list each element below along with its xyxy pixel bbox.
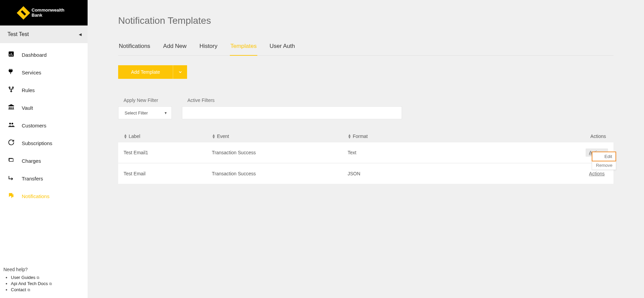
sidebar-item-customers[interactable]: Customers: [0, 117, 88, 134]
sort-icon: ▲▼: [212, 134, 216, 138]
column-label[interactable]: ▲▼ Label: [124, 134, 212, 139]
cell-format: JSON: [348, 171, 477, 176]
sort-icon: ▲▼: [124, 134, 127, 138]
external-link-icon: ⧉: [37, 276, 39, 280]
sidebar-item-notifications[interactable]: Notifications: [0, 187, 88, 205]
select-filter-dropdown[interactable]: Select Filter ▼: [118, 106, 172, 119]
tab-templates[interactable]: Templates: [230, 39, 257, 56]
notifications-icon: [7, 192, 15, 200]
brand-header: Commonwealth Bank: [0, 0, 88, 25]
chevron-down-icon: [178, 70, 183, 74]
customers-icon: [7, 121, 15, 130]
brand-logo-icon: [17, 6, 30, 20]
services-icon: [7, 68, 15, 77]
sidebar-item-label: Transfers: [22, 176, 43, 181]
svg-point-4: [9, 87, 10, 88]
help-link-contact[interactable]: Contact⧉: [11, 287, 30, 292]
brand-line2: Bank: [32, 13, 65, 18]
cell-label: Test Email: [124, 171, 212, 176]
sidebar-item-vault[interactable]: Vault: [0, 99, 88, 117]
cell-label: Test Email1: [124, 150, 212, 155]
action-remove[interactable]: Remove: [592, 161, 616, 170]
sidebar-item-label: Subscriptions: [22, 140, 52, 146]
select-filter-placeholder: Select Filter: [125, 110, 148, 116]
svg-point-6: [11, 91, 12, 92]
svg-point-5: [12, 87, 13, 88]
rules-icon: [7, 86, 15, 94]
sidebar-item-dashboard[interactable]: Dashboard: [0, 46, 88, 64]
templates-table: ▲▼ Label ▲▼ Event ▲▼ Format Actions Test…: [118, 130, 613, 185]
tab-notifications[interactable]: Notifications: [118, 39, 151, 56]
help-link-label: User Guides: [11, 275, 35, 280]
table-row: Test Email Transaction Success JSON Acti…: [118, 163, 613, 185]
subscriptions-icon: [7, 139, 15, 147]
action-edit[interactable]: Edit: [592, 152, 616, 161]
vault-icon: [7, 104, 15, 112]
row-actions-menu: Edit Remove: [592, 152, 616, 170]
svg-point-8: [12, 123, 13, 124]
sidebar-item-charges[interactable]: Charges: [0, 152, 88, 170]
help-link-user-guides[interactable]: User Guides⧉: [11, 275, 39, 280]
sidebar-user-name: Test Test: [7, 31, 29, 37]
column-actions-text: Actions: [590, 134, 606, 139]
svg-rect-3: [12, 54, 13, 55]
svg-point-7: [9, 123, 11, 124]
svg-rect-1: [10, 54, 10, 56]
tab-history[interactable]: History: [199, 39, 218, 56]
sidebar-item-label: Vault: [22, 105, 33, 111]
cell-event: Transaction Success: [212, 171, 348, 176]
brand-line1: Commonwealth: [32, 8, 65, 13]
column-event[interactable]: ▲▼ Event: [212, 134, 348, 139]
sidebar-item-label: Customers: [22, 123, 47, 128]
cell-format: Text: [348, 150, 477, 155]
apply-filter-label: Apply New Filter: [118, 98, 172, 103]
sidebar-user-toggle[interactable]: Test Test ◀: [0, 25, 88, 43]
help-title: Need help?: [3, 267, 84, 272]
tab-add-new[interactable]: Add New: [163, 39, 187, 56]
help-link-label: Api And Tech Docs: [11, 281, 48, 286]
help-link-api-docs[interactable]: Api And Tech Docs⧉: [11, 281, 52, 286]
sidebar-item-label: Rules: [22, 87, 35, 93]
transfers-icon: [7, 174, 15, 183]
sidebar: Commonwealth Bank Test Test ◀ Dashboard …: [0, 0, 88, 298]
add-template-dropdown-button[interactable]: [173, 65, 187, 79]
active-filters-box: [182, 106, 402, 119]
svg-rect-10: [9, 158, 13, 161]
brand-text: Commonwealth Bank: [32, 8, 65, 18]
help-link-label: Contact: [11, 287, 26, 292]
column-label-text: Label: [129, 134, 140, 139]
external-link-icon: ⧉: [49, 282, 52, 286]
sidebar-item-rules[interactable]: Rules: [0, 81, 88, 99]
cell-event: Transaction Success: [212, 150, 348, 155]
sidebar-help: Need help? User Guides⧉ Api And Tech Doc…: [0, 264, 88, 298]
sidebar-nav: Dashboard Services Rules Vault: [0, 43, 88, 264]
column-format[interactable]: ▲▼ Format: [348, 134, 477, 139]
caret-down-icon: ▼: [164, 111, 167, 115]
dashboard-icon: [7, 51, 15, 59]
row-actions-trigger[interactable]: Actions: [586, 170, 608, 178]
sidebar-item-label: Services: [22, 70, 41, 75]
column-event-text: Event: [217, 134, 229, 139]
svg-rect-2: [11, 53, 12, 55]
external-link-icon: ⧉: [27, 288, 30, 292]
main-content: Notification Templates Notifications Add…: [88, 0, 644, 298]
add-template-button[interactable]: Add Template: [118, 65, 173, 79]
sidebar-item-transfers[interactable]: Transfers: [0, 170, 88, 187]
active-filters-label: Active Filters: [182, 98, 402, 103]
sort-icon: ▲▼: [348, 134, 351, 138]
sidebar-item-label: Charges: [22, 158, 41, 164]
caret-left-icon: ◀: [79, 32, 81, 37]
sidebar-item-label: Notifications: [22, 193, 50, 199]
table-row: Test Email1 Transaction Success Text Act…: [118, 142, 613, 163]
tab-user-auth[interactable]: User Auth: [269, 39, 296, 56]
tabs: Notifications Add New History Templates …: [118, 39, 613, 56]
sidebar-item-services[interactable]: Services: [0, 64, 88, 81]
column-format-text: Format: [353, 134, 368, 139]
table-header: ▲▼ Label ▲▼ Event ▲▼ Format Actions: [118, 130, 613, 142]
charges-icon: [7, 157, 15, 165]
sidebar-item-subscriptions[interactable]: Subscriptions: [0, 134, 88, 152]
sidebar-item-label: Dashboard: [22, 52, 47, 58]
column-actions: Actions: [477, 134, 608, 139]
page-title: Notification Templates: [118, 15, 613, 26]
